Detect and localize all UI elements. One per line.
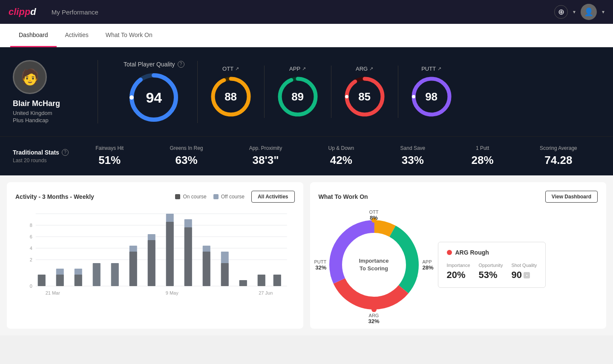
stat-greens-in-reg: Greens In Reg 63%	[170, 145, 203, 167]
score-tpq: Total Player Quality ? 94	[111, 61, 198, 123]
ott-circle: 88	[210, 75, 252, 118]
putt-label: PUTT ↗	[421, 66, 441, 72]
scores-section: Total Player Quality ? 94 OTT ↗	[98, 61, 600, 123]
nav-right: ⊕ ▾ 👤 ▾	[554, 4, 604, 20]
stat-one-putt: 1 Putt 28%	[472, 145, 494, 167]
chart-header: Activity - 3 Months - Weekly On course O…	[15, 191, 295, 203]
svg-text:0: 0	[30, 284, 32, 289]
work-inner: ImportanceTo Scoring OTT 8% APP 28% ARG …	[319, 209, 598, 320]
score-putt: PUTT ↗ 98	[398, 66, 465, 118]
detail-shot-quality: Shot Quality 90 ▪	[511, 263, 537, 281]
svg-text:21 Mar: 21 Mar	[46, 290, 60, 295]
tab-what-to-work-on[interactable]: What To Work On	[97, 24, 161, 47]
stat-fairways-hit: Fairways Hit 51%	[95, 145, 124, 167]
svg-rect-44	[203, 252, 210, 286]
bar-chart-area: 0 2 4 6 8	[15, 209, 295, 303]
score-ott: OTT ↗ 88	[198, 66, 265, 118]
player-country: United Kingdom	[13, 110, 52, 116]
on-course-dot	[175, 194, 180, 199]
chart-title: Activity - 3 Months - Weekly	[15, 193, 94, 200]
dropdown-arrow: ▾	[573, 9, 576, 15]
stat-scoring-average: Scoring Average 74.28	[540, 145, 577, 167]
tpq-circle: 94	[128, 72, 179, 123]
svg-rect-50	[258, 275, 265, 286]
stat-up-down: Up & Down 42%	[328, 145, 354, 167]
app-value: 89	[291, 90, 304, 103]
ts-stats: Fairways Hit 51% Greens In Reg 63% App. …	[72, 145, 600, 167]
player-handicap: Plus Handicap	[13, 117, 49, 123]
donut-label-ott: OTT 8%	[369, 209, 379, 221]
svg-rect-30	[75, 275, 82, 286]
chart-legend: On course Off course	[175, 194, 245, 200]
donut-chart-area: ImportanceTo Scoring OTT 8% APP 28% ARG …	[319, 209, 429, 320]
user-avatar-button[interactable]: 👤	[581, 4, 597, 20]
tab-dashboard[interactable]: Dashboard	[10, 24, 57, 47]
svg-rect-26	[38, 275, 46, 286]
svg-text:27 Jun: 27 Jun	[259, 290, 273, 295]
ott-label: OTT ↗	[222, 66, 239, 72]
svg-text:2: 2	[30, 257, 32, 262]
tpq-help-icon[interactable]: ?	[178, 61, 184, 68]
svg-rect-36	[130, 252, 137, 286]
putt-value: 98	[425, 90, 437, 103]
stat-app-proximity: App. Proximity 38'3"	[249, 145, 282, 167]
tpq-value: 94	[146, 89, 162, 106]
app-label: APP ↗	[289, 66, 306, 72]
arg-value: 85	[358, 90, 371, 103]
svg-text:8: 8	[30, 223, 32, 228]
putt-circle: 98	[410, 75, 453, 118]
logo: clippd	[9, 6, 36, 17]
detail-metrics: Importance 20% Opportunity 53% Shot Qual…	[447, 263, 537, 281]
ts-label: Traditional Stats ? Last 20 rounds	[13, 149, 72, 163]
off-course-dot	[213, 194, 219, 199]
avatar-icon: 👤	[584, 7, 593, 17]
plus-icon: ⊕	[558, 7, 564, 17]
svg-rect-28	[56, 275, 64, 286]
arg-label: ARG ↗	[356, 66, 373, 72]
top-nav: clippd My Performance ⊕ ▾ 👤 ▾	[0, 0, 613, 24]
stat-sand-save: Sand Save 33%	[400, 145, 426, 167]
svg-rect-32	[93, 263, 101, 286]
all-activities-button[interactable]: All Activities	[251, 191, 295, 203]
score-arg: ARG ↗ 85	[331, 66, 398, 118]
view-dashboard-button[interactable]: View Dashboard	[545, 191, 598, 203]
tab-activities[interactable]: Activities	[57, 24, 97, 47]
activity-chart-card: Activity - 3 Months - Weekly On course O…	[7, 182, 303, 329]
app-circle: 89	[276, 75, 319, 118]
donut-label-arg: ARG 32%	[368, 313, 379, 324]
svg-text:9 May: 9 May	[166, 290, 178, 295]
svg-point-61	[412, 273, 417, 278]
nav-title: My Performance	[52, 9, 98, 16]
svg-text:6: 6	[30, 234, 32, 239]
svg-point-63	[331, 273, 336, 278]
work-card-title: What To Work On	[319, 193, 368, 200]
svg-rect-42	[184, 227, 192, 286]
detail-opportunity: Opportunity 53%	[479, 263, 503, 281]
work-card-header: What To Work On View Dashboard	[319, 191, 598, 203]
svg-rect-38	[148, 240, 155, 286]
donut-label-putt: PUTT 32%	[314, 259, 327, 271]
what-to-work-on-card: What To Work On View Dashboard	[310, 182, 607, 329]
svg-rect-34	[111, 263, 119, 286]
detail-card: ARG Rough Importance 20% Opportunity 53%…	[438, 242, 546, 288]
legend-off-course: Off course	[213, 194, 245, 200]
ts-help-icon[interactable]: ?	[62, 149, 69, 156]
player-name: Blair McHarg	[13, 99, 60, 108]
bar-chart-svg: 0 2 4 6 8	[15, 209, 295, 303]
donut-label-app: APP 28%	[422, 259, 433, 271]
svg-point-62	[371, 307, 377, 312]
score-app: APP ↗ 89	[265, 66, 331, 118]
svg-rect-46	[221, 263, 229, 286]
traditional-stats: Traditional Stats ? Last 20 rounds Fairw…	[0, 136, 613, 175]
donut-center-text: ImportanceTo Scoring	[359, 257, 389, 272]
tabs-bar: Dashboard Activities What To Work On	[0, 24, 613, 47]
player-avatar: 🧑	[13, 60, 47, 94]
add-button[interactable]: ⊕	[554, 5, 568, 19]
player-info: 🧑 Blair McHarg United Kingdom Plus Handi…	[13, 60, 98, 123]
tpq-label: Total Player Quality ?	[124, 61, 184, 68]
ott-value: 88	[224, 90, 237, 103]
hero-section: 🧑 Blair McHarg United Kingdom Plus Handi…	[0, 47, 613, 136]
shot-quality-badge: ▪	[524, 272, 530, 278]
svg-rect-48	[239, 280, 247, 286]
legend-on-course: On course	[175, 194, 206, 200]
